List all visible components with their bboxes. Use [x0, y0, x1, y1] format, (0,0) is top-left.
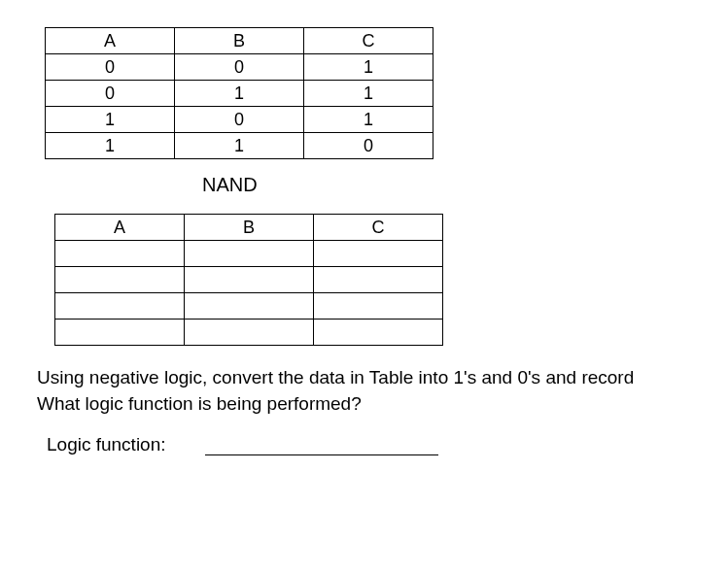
question-text: Using negative logic, convert the data i…	[37, 365, 707, 417]
cell	[314, 241, 443, 267]
cell: 1	[175, 133, 304, 159]
cell: 1	[304, 107, 433, 133]
question-line-2: What logic function is being performed?	[37, 393, 362, 414]
cell	[55, 293, 185, 320]
logic-function-row: Logic function:	[47, 434, 707, 455]
cell: 0	[46, 54, 175, 81]
question-line-1: Using negative logic, convert the data i…	[37, 367, 634, 387]
col-header-c: C	[314, 215, 443, 241]
cell: 1	[46, 107, 175, 133]
cell: 0	[175, 107, 304, 133]
col-header-c: C	[304, 28, 433, 54]
cell: 0	[46, 81, 175, 107]
col-header-a: A	[55, 215, 185, 241]
table-row: 0 0 1	[46, 54, 433, 81]
logic-function-label: Logic function:	[47, 434, 166, 455]
cell: 0	[175, 54, 304, 81]
col-header-b: B	[185, 215, 314, 241]
table-row	[55, 293, 443, 320]
col-header-a: A	[46, 28, 175, 54]
table-row: 0 1 1	[46, 81, 433, 107]
cell	[55, 267, 185, 293]
table-header-row: A B C	[46, 28, 433, 54]
cell	[185, 267, 314, 293]
cell: 1	[304, 81, 433, 107]
truth-table-1: A B C 0 0 1 0 1 1 1 0 1 1 1 0	[45, 27, 433, 159]
cell	[314, 293, 443, 320]
cell	[185, 293, 314, 320]
table-row	[55, 267, 443, 293]
table-row: 1 0 1	[46, 107, 433, 133]
logic-function-blank	[205, 437, 438, 455]
cell	[314, 267, 443, 293]
truth-table-2: A B C	[54, 214, 443, 346]
cell: 1	[304, 54, 433, 81]
table-row	[55, 241, 443, 267]
cell: 1	[46, 133, 175, 159]
cell	[314, 320, 443, 346]
cell	[55, 241, 185, 267]
table-row	[55, 320, 443, 346]
col-header-b: B	[175, 28, 304, 54]
cell	[185, 241, 314, 267]
cell: 1	[175, 81, 304, 107]
cell	[55, 320, 185, 346]
cell	[185, 320, 314, 346]
cell: 0	[304, 133, 433, 159]
table-header-row: A B C	[55, 215, 443, 241]
table-row: 1 1 0	[46, 133, 433, 159]
nand-label: NAND	[202, 174, 707, 196]
